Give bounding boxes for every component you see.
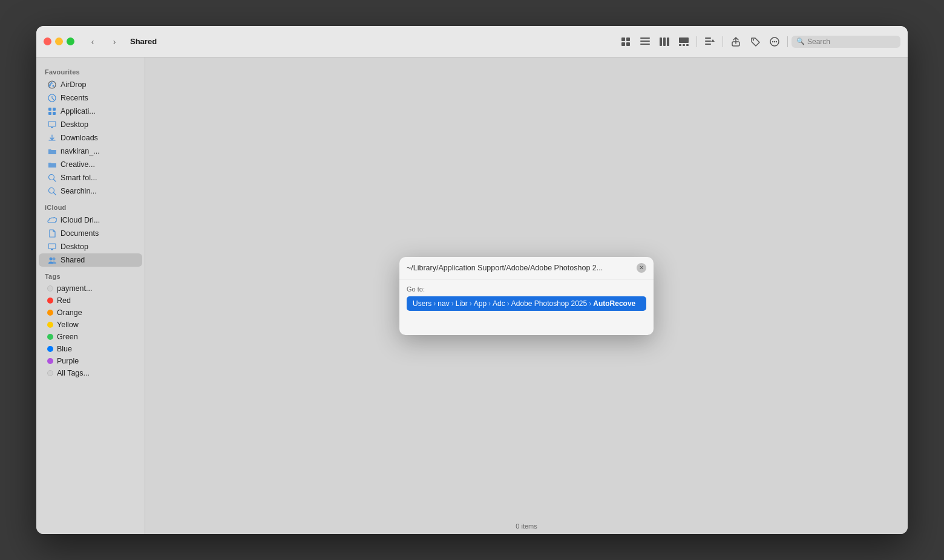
- sidebar-item-icloud-desktop[interactable]: Desktop: [39, 240, 142, 253]
- sidebar-item-searching-label: Searchin...: [61, 187, 97, 195]
- icloud-desktop-icon: [47, 242, 57, 252]
- smartfolder-icon: [47, 173, 57, 183]
- bc-users: Users: [413, 299, 431, 308]
- list-view-button[interactable]: [636, 34, 654, 50]
- sidebar-item-tag-yellow-label: Yellow: [57, 321, 79, 329]
- bc-photoshop: Adobe Photoshop 2025: [511, 299, 587, 308]
- svg-point-38: [52, 258, 55, 261]
- bc-adc: Adc: [493, 299, 505, 308]
- sidebar-item-icloud-desktop-label: Desktop: [61, 243, 88, 251]
- sidebar-item-tag-red-label: Red: [57, 296, 71, 305]
- svg-point-22: [774, 41, 775, 42]
- toolbar-divider-1: [697, 36, 697, 47]
- documents-icon: [47, 229, 57, 238]
- sidebar-item-creative[interactable]: Creative...: [39, 158, 142, 171]
- sidebar-item-applications[interactable]: Applicati...: [39, 105, 142, 118]
- sidebar-item-icloud-drive[interactable]: iCloud Dri...: [39, 213, 142, 227]
- sidebar-item-smartfol[interactable]: Smart fol...: [39, 171, 142, 184]
- sidebar-item-documents-label: Documents: [61, 229, 99, 238]
- navkiran-folder-icon: [47, 146, 57, 156]
- bc-sep-3: ›: [470, 299, 472, 308]
- sidebar-item-recents[interactable]: Recents: [39, 91, 142, 105]
- action-button[interactable]: [765, 34, 784, 50]
- sidebar-item-shared-label: Shared: [61, 256, 85, 264]
- svg-rect-15: [705, 41, 711, 42]
- sidebar-item-searching[interactable]: Searchin...: [39, 184, 142, 198]
- breadcrumb-bar[interactable]: Users › nav › Libr › App › Adc › Adobe P…: [407, 296, 646, 311]
- svg-point-23: [776, 41, 777, 42]
- sidebar-item-desktop[interactable]: Desktop: [39, 118, 142, 131]
- goto-dialog: ✕ Go to: Users › nav › Libr › App: [399, 257, 654, 335]
- svg-rect-27: [48, 108, 51, 111]
- sidebar-item-tag-alltags[interactable]: All Tags...: [39, 367, 142, 379]
- svg-rect-3: [626, 42, 630, 46]
- window-controls: [44, 37, 74, 45]
- bc-sep-4: ›: [488, 299, 491, 308]
- bc-libr: Libr: [456, 299, 468, 308]
- svg-rect-7: [660, 37, 662, 46]
- toolbar: ‹ › Shared: [36, 26, 908, 57]
- sidebar-item-airdrop[interactable]: AirDrop: [39, 78, 142, 91]
- sidebar-item-tag-blue-label: Blue: [57, 345, 72, 353]
- sidebar-item-tag-orange[interactable]: Orange: [39, 307, 142, 319]
- svg-point-37: [49, 258, 52, 261]
- status-bar: 0 items: [145, 518, 908, 534]
- svg-rect-10: [679, 37, 689, 43]
- toolbar-icons: 🔍: [617, 34, 900, 50]
- svg-point-19: [753, 39, 754, 40]
- path-input[interactable]: [407, 264, 632, 272]
- tag-yellow-dot: [47, 322, 53, 328]
- recents-icon: [47, 93, 57, 103]
- bc-sep-2: ›: [451, 299, 454, 308]
- share-button[interactable]: [727, 34, 745, 50]
- column-view-button[interactable]: [655, 34, 674, 50]
- sidebar-item-documents[interactable]: Documents: [39, 227, 142, 240]
- search-box[interactable]: 🔍: [792, 36, 900, 48]
- svg-rect-29: [48, 112, 51, 115]
- svg-rect-13: [686, 44, 689, 46]
- svg-rect-12: [683, 44, 685, 46]
- sidebar-item-tag-green[interactable]: Green: [39, 331, 142, 343]
- tag-payment-dot: [47, 285, 53, 291]
- sidebar-item-recents-label: Recents: [61, 94, 88, 102]
- tag-orange-dot: [47, 310, 53, 316]
- sidebar-item-tag-yellow[interactable]: Yellow: [39, 319, 142, 331]
- minimize-button[interactable]: [55, 37, 63, 45]
- svg-rect-0: [621, 37, 625, 41]
- sidebar-item-navkiran[interactable]: navkiran_...: [39, 145, 142, 158]
- sidebar-item-downloads[interactable]: Downloads: [39, 131, 142, 145]
- svg-rect-30: [53, 112, 56, 115]
- sidebar-item-tag-payment[interactable]: payment...: [39, 282, 142, 295]
- applications-icon: [47, 106, 57, 116]
- svg-rect-2: [621, 42, 625, 46]
- gallery-view-button[interactable]: [675, 34, 693, 50]
- close-button[interactable]: [44, 37, 51, 45]
- sidebar-item-shared[interactable]: Shared: [39, 253, 142, 267]
- toolbar-divider-3: [787, 36, 788, 47]
- arrange-button[interactable]: [701, 34, 719, 50]
- svg-rect-9: [667, 37, 669, 46]
- svg-rect-4: [640, 37, 650, 39]
- dialog-overlay: ✕ Go to: Users › nav › Libr › App: [145, 57, 908, 534]
- sidebar-item-icloud-drive-label: iCloud Dri...: [61, 216, 100, 224]
- back-button[interactable]: ‹: [84, 35, 101, 48]
- downloads-icon: [47, 133, 57, 143]
- tag-green-dot: [47, 334, 53, 340]
- tag-alltags-dot: [47, 370, 53, 376]
- dialog-close-button[interactable]: ✕: [637, 263, 646, 273]
- forward-button[interactable]: ›: [106, 35, 123, 48]
- grid-view-button[interactable]: [617, 34, 635, 50]
- sidebar-item-airdrop-label: AirDrop: [61, 80, 86, 89]
- sidebar-item-creative-label: Creative...: [61, 160, 95, 169]
- svg-marker-17: [711, 39, 715, 42]
- sidebar-item-tag-red[interactable]: Red: [39, 295, 142, 307]
- sidebar-item-tag-orange-label: Orange: [57, 308, 82, 317]
- content-area: ✕ Go to: Users › nav › Libr › App: [145, 57, 908, 534]
- sidebar-item-tag-blue[interactable]: Blue: [39, 343, 142, 355]
- sidebar-item-desktop-label: Desktop: [61, 120, 88, 129]
- maximize-button[interactable]: [67, 37, 74, 45]
- sidebar-item-tag-purple[interactable]: Purple: [39, 355, 142, 367]
- tag-button[interactable]: [746, 34, 764, 50]
- sidebar: Favourites AirDrop Recents Applicati...: [36, 57, 145, 534]
- search-input[interactable]: [807, 37, 892, 46]
